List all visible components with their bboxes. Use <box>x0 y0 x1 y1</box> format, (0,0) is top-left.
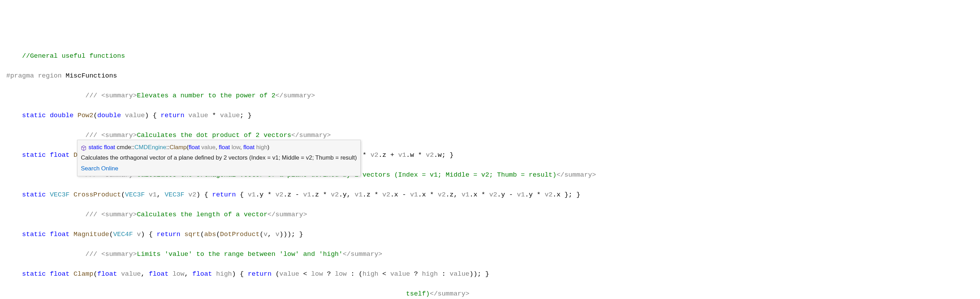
param: value <box>121 270 141 278</box>
param: v <box>275 230 279 238</box>
param: v2 <box>426 151 434 159</box>
code-line: static double Pow2(double value) { retur… <box>6 110 980 121</box>
param: low <box>335 270 347 278</box>
param: value <box>280 270 299 278</box>
code-line: /// <summary>Calculates the dot product … <box>6 130 980 141</box>
method-name: abs <box>204 230 216 238</box>
type: CMDEngine <box>134 144 166 150</box>
code-line: tself)</summary> <box>6 289 980 299</box>
kw: static <box>22 151 46 159</box>
code-line: /// <summary>Calculates the length of a … <box>6 209 980 220</box>
method-name: Magnitude <box>73 230 109 238</box>
kw: static <box>22 230 46 238</box>
param: value <box>390 270 410 278</box>
param: v <box>264 230 267 238</box>
kw: float <box>49 270 70 278</box>
kw: float <box>104 144 115 150</box>
xml-doc-text: Elevates a number to the power of 2 <box>137 92 275 99</box>
kw: double <box>49 112 73 119</box>
param: v2 <box>382 191 390 198</box>
param: value <box>450 270 469 278</box>
param: v2 <box>275 191 283 198</box>
method-icon <box>81 145 86 150</box>
param: low <box>173 270 185 278</box>
param: value <box>220 112 240 119</box>
kw: static <box>22 191 46 198</box>
param: v2 <box>489 191 497 198</box>
tooltip-search-online-link[interactable]: Search Online <box>81 164 357 173</box>
kw: float <box>219 144 230 150</box>
param: v <box>137 230 141 238</box>
param: high <box>256 144 267 150</box>
method-name: Clamp <box>169 144 186 150</box>
kw: double <box>97 112 121 119</box>
tooltip-description: Calculates the orthagonal vector of a pl… <box>81 153 357 162</box>
kw: static <box>22 270 46 278</box>
ns: cmde <box>117 144 131 150</box>
kw: float <box>49 230 70 238</box>
xml-doc-close: </summary> <box>291 131 331 139</box>
method-name: sqrt <box>185 230 200 238</box>
code-line: static VEC3F CrossProduct(VEC3F v1, VEC3… <box>6 190 980 200</box>
xml-doc-close: </summary> <box>557 171 596 179</box>
param: v2 <box>188 191 196 198</box>
type: VEC3F <box>125 191 145 198</box>
param: value <box>125 112 145 119</box>
method-name: Clamp <box>73 270 93 278</box>
tooltip-signature: static float cmde::CMDEngine::Clamp(floa… <box>81 143 357 152</box>
code-line: /// <summary>Elevates a number to the po… <box>6 91 980 101</box>
xml-doc-open: /// <summary> <box>85 211 137 218</box>
code-editor[interactable]: //General useful functions #pragma regio… <box>0 40 980 299</box>
param: v1 <box>517 191 525 198</box>
param: v2 <box>545 191 553 198</box>
kw: float <box>49 151 70 159</box>
code-line: static float Magnitude(VEC4F v) { return… <box>6 229 980 240</box>
param: high <box>216 270 232 278</box>
param: v2 <box>438 191 446 198</box>
xml-doc-text-partial: tself) <box>406 290 430 297</box>
param: v2 <box>331 191 339 198</box>
type: VEC3F <box>165 191 185 198</box>
kw: float <box>188 144 200 150</box>
kw: static <box>22 112 46 119</box>
param: v1 <box>149 191 157 198</box>
kw: float <box>192 270 212 278</box>
xml-doc-text: Calculates the dot product of 2 vectors <box>137 131 291 139</box>
param: v1 <box>410 191 418 198</box>
type: VEC3F <box>49 191 70 198</box>
kw: float <box>97 270 117 278</box>
param: low <box>311 270 323 278</box>
code-line: /// <summary>Limits 'value' to the range… <box>6 249 980 259</box>
kw: float <box>243 144 255 150</box>
tooltip-sig-text: static float cmde::CMDEngine::Clamp(floa… <box>89 143 269 152</box>
kw: static <box>89 144 102 150</box>
param: v1 <box>248 191 256 198</box>
param: value <box>188 112 208 119</box>
kw: float <box>149 270 169 278</box>
code-line: #pragma region MiscFunctions <box>6 71 980 81</box>
xml-doc-text: Limits 'value' to the range between 'low… <box>137 250 343 258</box>
param: v1 <box>398 151 406 159</box>
param: low <box>232 144 240 150</box>
xml-doc-close: </summary> <box>430 290 469 297</box>
param: high <box>422 270 438 278</box>
code-line: //General useful functions <box>6 51 980 61</box>
method-name: Pow2 <box>77 112 93 119</box>
code-line: static float Clamp(float value, float lo… <box>6 269 980 279</box>
param: high <box>363 270 379 278</box>
xml-doc-text: Calculates the length of a vector <box>137 211 267 218</box>
comment-text: //General useful functions <box>22 52 125 60</box>
kw: return <box>161 112 185 119</box>
xml-doc-close: </summary> <box>343 250 382 258</box>
kw: return <box>212 191 236 198</box>
intellisense-tooltip: static float cmde::CMDEngine::Clamp(floa… <box>77 140 361 176</box>
pragma-directive: #pragma region <box>6 72 65 80</box>
param: value <box>201 144 216 150</box>
xml-doc-open: /// <summary> <box>85 131 137 139</box>
method-name: DotProduct <box>220 230 260 238</box>
xml-doc-open: /// <summary> <box>85 92 137 99</box>
param: v1 <box>355 191 363 198</box>
kw: return <box>157 230 180 238</box>
kw: return <box>248 270 272 278</box>
xml-doc-close: </summary> <box>275 92 315 99</box>
